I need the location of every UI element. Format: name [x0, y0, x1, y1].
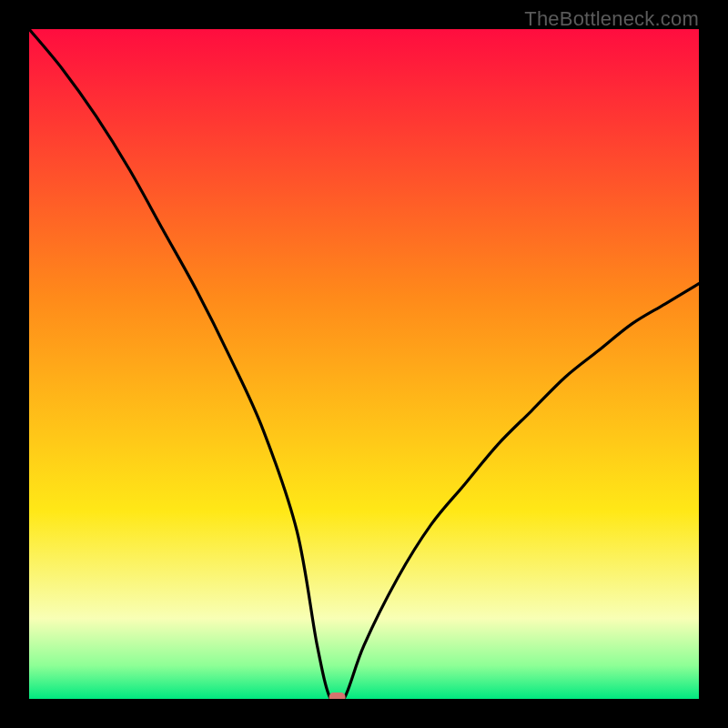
plot-area [29, 29, 699, 699]
optimum-marker [329, 693, 346, 699]
attribution-text: TheBottleneck.com [524, 7, 699, 31]
bottleneck-chart [29, 29, 699, 699]
gradient-background [29, 29, 699, 699]
outer-frame: TheBottleneck.com [0, 0, 728, 728]
